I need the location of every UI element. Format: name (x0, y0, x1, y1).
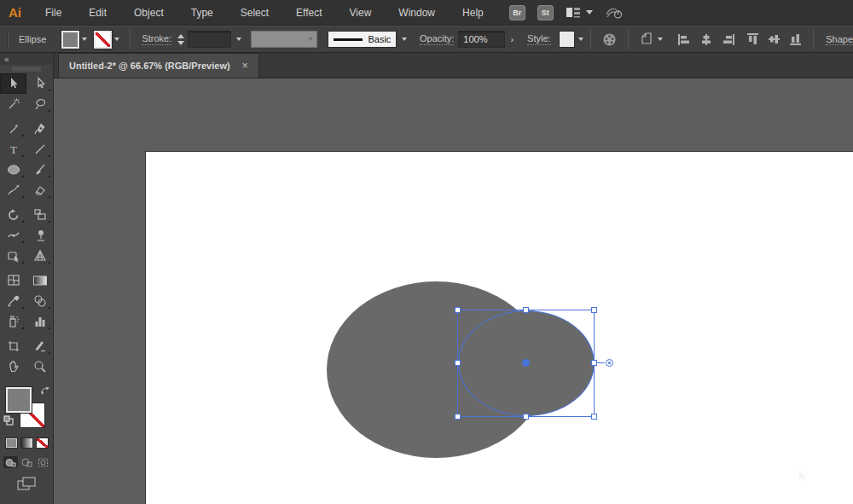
shape-panel-link[interactable]: Shape (826, 34, 853, 45)
fill-proxy-swatch[interactable] (6, 387, 32, 413)
menu-view[interactable]: View (336, 0, 386, 26)
stock-icon[interactable]: St (537, 5, 554, 20)
tool-perspective-grid[interactable] (26, 246, 53, 266)
menu-type[interactable]: Type (177, 0, 227, 26)
tool-symbol-sprayer[interactable] (0, 311, 26, 332)
align-center-button[interactable] (699, 33, 713, 46)
tool-magic-wand[interactable] (0, 94, 26, 114)
transform-options-button[interactable] (640, 32, 663, 46)
tool-zoom[interactable] (26, 356, 53, 377)
handle-middle-left[interactable] (455, 360, 461, 366)
workspace-switcher[interactable] (566, 7, 593, 18)
chevron-down-icon[interactable] (114, 38, 119, 41)
fill-color-control[interactable] (61, 31, 87, 49)
color-mode-button[interactable] (5, 437, 18, 449)
type-tool-icon: T (7, 142, 20, 156)
align-bottom-button[interactable] (789, 32, 802, 46)
stroke-style-dropdown[interactable]: Basic (328, 31, 397, 48)
menu-edit[interactable]: Edit (75, 0, 120, 26)
tools-panel: « (0, 53, 54, 504)
align-left-button[interactable] (677, 33, 691, 46)
tool-slice[interactable] (26, 336, 53, 356)
menu-help[interactable]: Help (449, 0, 497, 26)
document-tab[interactable]: Untitled-2* @ 66.67% (RGB/Preview) × (58, 53, 259, 78)
tools-panel-grip[interactable] (0, 65, 53, 73)
canvas[interactable] (54, 78, 853, 504)
tool-direct-selection[interactable] (26, 73, 53, 94)
menu-select[interactable]: Select (227, 0, 282, 26)
menu-object[interactable]: Object (120, 0, 177, 26)
gradient-mode-button[interactable] (20, 437, 33, 449)
swap-fill-stroke-icon[interactable] (40, 386, 50, 396)
stroke-weight-stepper[interactable] (177, 34, 184, 45)
tool-selection[interactable] (0, 73, 26, 94)
tool-paintbrush[interactable] (26, 159, 53, 180)
menu-effect[interactable]: Effect (282, 0, 335, 26)
handle-bottom-center[interactable] (523, 414, 529, 420)
tool-width[interactable] (0, 225, 26, 246)
tool-shape-builder[interactable] (0, 246, 26, 266)
stepper-down-icon[interactable] (177, 41, 184, 45)
bridge-icon[interactable]: Br (509, 5, 525, 20)
tool-group-transform (0, 205, 53, 266)
tool-lasso[interactable] (26, 94, 53, 114)
tool-mesh[interactable] (0, 270, 26, 291)
change-screen-mode-icon[interactable] (17, 477, 36, 491)
stroke-weight-field[interactable] (188, 31, 231, 48)
none-mode-button[interactable] (36, 437, 49, 449)
tool-puppet-warp[interactable] (26, 225, 53, 246)
handle-top-center[interactable] (523, 307, 529, 313)
tool-pen[interactable] (0, 119, 26, 139)
tool-column-graph[interactable] (26, 311, 53, 332)
selection-center-point[interactable] (522, 359, 530, 367)
tool-pencil[interactable] (0, 180, 26, 200)
tool-scale[interactable] (26, 205, 53, 225)
handle-bottom-right[interactable] (591, 414, 597, 420)
tool-ellipse[interactable] (0, 159, 26, 180)
tool-hand[interactable] (0, 356, 26, 377)
tool-artboard[interactable] (0, 336, 26, 356)
handle-top-right[interactable] (591, 307, 597, 313)
style-label[interactable]: Style: (527, 33, 551, 45)
stroke-weight-dropdown[interactable] (231, 31, 246, 48)
draw-inside-button[interactable] (36, 456, 50, 468)
tool-blend[interactable] (26, 291, 53, 311)
align-top-button[interactable] (746, 32, 759, 46)
tool-eraser[interactable] (26, 180, 53, 200)
tool-eyedropper[interactable] (0, 291, 26, 311)
stroke-none-swatch[interactable] (94, 31, 112, 49)
draw-normal-button[interactable] (3, 456, 18, 468)
menu-file[interactable]: File (32, 0, 75, 26)
align-right-button[interactable] (722, 33, 735, 46)
align-middle-button[interactable] (768, 32, 780, 46)
opacity-more-button[interactable]: › (505, 31, 519, 48)
default-fill-stroke-icon[interactable] (3, 415, 14, 426)
sync-status-icon[interactable] (605, 6, 624, 20)
tool-gradient[interactable] (26, 270, 53, 291)
graphic-style-swatch[interactable] (559, 31, 576, 48)
pie-widget[interactable] (606, 359, 613, 367)
chevron-down-icon[interactable] (82, 38, 87, 41)
close-tab-icon[interactable]: × (242, 60, 248, 72)
panel-grip[interactable] (7, 32, 9, 47)
chevron-down-icon[interactable] (578, 38, 583, 41)
stroke-style-dropdown-button[interactable] (397, 31, 411, 48)
fill-color-swatch[interactable] (61, 31, 79, 49)
draw-behind-button[interactable] (20, 456, 34, 468)
tool-curvature[interactable] (26, 119, 53, 139)
stroke-color-control[interactable] (94, 31, 119, 49)
handle-top-left[interactable] (455, 307, 461, 313)
menu-window[interactable]: Window (385, 0, 449, 26)
collapse-panel-button[interactable]: « (4, 55, 9, 64)
chevron-down-icon (308, 38, 313, 41)
opacity-field[interactable]: 100% (458, 31, 505, 48)
handle-bottom-left[interactable] (455, 414, 461, 420)
opacity-label[interactable]: Opacity: (420, 33, 454, 45)
stepper-up-icon[interactable] (177, 34, 184, 38)
control-bar: Ellipse Stroke: Basic Opacity: 100% › St… (0, 26, 853, 53)
tool-line-segment[interactable] (26, 139, 53, 159)
recolor-artwork-button[interactable] (602, 32, 617, 47)
stroke-label[interactable]: Stroke: (142, 33, 171, 45)
tool-rotate[interactable] (0, 205, 26, 225)
tool-type[interactable]: T (0, 139, 26, 159)
